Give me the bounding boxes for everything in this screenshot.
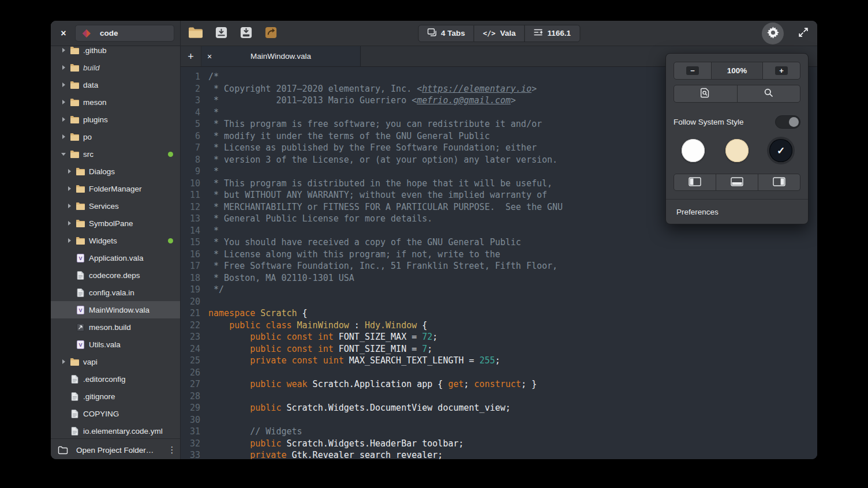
tree-item-dialogs[interactable]: Dialogs bbox=[51, 163, 180, 180]
code-line[interactable]: 29 public Scratch.Widgets.DocumentView d… bbox=[181, 402, 817, 414]
folder-icon bbox=[75, 219, 85, 227]
expander-collapsed-icon[interactable] bbox=[63, 186, 75, 191]
code-line[interactable]: 33 private Gtk.Revealer search_revealer; bbox=[181, 449, 817, 459]
code-line[interactable]: 19 */ bbox=[181, 284, 817, 296]
code-line[interactable]: 32 public Scratch.Widgets.HeaderBar tool… bbox=[181, 438, 817, 450]
code-line[interactable]: 24 public const int FONT_SIZE_MIN = 7; bbox=[181, 343, 817, 355]
code-line[interactable]: 31 // Widgets bbox=[181, 426, 817, 438]
tree-item-src[interactable]: src bbox=[51, 145, 180, 163]
dark-style-option[interactable]: ✓ bbox=[769, 139, 792, 162]
save-button[interactable] bbox=[215, 26, 228, 41]
tree-item-copying[interactable]: COPYING bbox=[51, 405, 180, 422]
templates-button[interactable] bbox=[264, 26, 278, 41]
toggle-sidebar-button[interactable] bbox=[674, 174, 716, 191]
tree-item-utils-vala[interactable]: VUtils.vala bbox=[51, 336, 180, 353]
expander-collapsed-icon[interactable] bbox=[58, 134, 69, 139]
expander-collapsed-icon[interactable] bbox=[58, 82, 69, 87]
tab-close-icon[interactable]: × bbox=[207, 52, 212, 61]
line-number: 29 bbox=[181, 402, 208, 414]
expander-collapsed-icon[interactable] bbox=[63, 204, 75, 208]
tree-item-foldermanager[interactable]: FolderManager bbox=[51, 180, 180, 197]
tree-item-editorconfig[interactable]: .editorconfig bbox=[51, 370, 180, 388]
tree-item-config-vala-in[interactable]: config.vala.in bbox=[51, 284, 180, 301]
window-close-button[interactable]: × bbox=[57, 27, 70, 40]
expander-collapsed-icon[interactable] bbox=[63, 221, 75, 226]
tree-item-github[interactable]: .github bbox=[51, 42, 180, 59]
code-line[interactable]: 17 * Free Software Foundation, Inc., 51 … bbox=[181, 260, 817, 272]
tree-item-meson-build[interactable]: meson.build bbox=[51, 318, 180, 336]
follow-system-label: Follow System Style bbox=[674, 118, 744, 126]
project-chooser[interactable]: code bbox=[75, 25, 174, 42]
toggle-bottom-panel-button[interactable] bbox=[716, 174, 758, 191]
tab-mainwindow-vala[interactable]: × MainWindow.vala bbox=[201, 46, 361, 66]
settings-menu-button[interactable] bbox=[762, 22, 784, 44]
expander-collapsed-icon[interactable] bbox=[63, 238, 75, 243]
open-file-button[interactable] bbox=[188, 27, 203, 40]
expander-collapsed-icon[interactable] bbox=[58, 117, 69, 122]
tree-item-label: .gitignore bbox=[83, 392, 115, 401]
line-number: 3 bbox=[181, 95, 208, 107]
code-line[interactable]: 26 bbox=[181, 367, 817, 379]
code-line[interactable]: 14 * bbox=[181, 225, 817, 237]
tree-item-widgets[interactable]: Widgets bbox=[51, 232, 180, 249]
code-line[interactable]: 21namespace Scratch { bbox=[181, 307, 817, 320]
toggle-right-panel-button[interactable] bbox=[758, 174, 800, 191]
code-line[interactable]: 25 private const uint MAX_SEARCH_TEXT_LE… bbox=[181, 355, 817, 367]
code-text: namespace Scratch { bbox=[208, 307, 817, 320]
tree-item-vapi[interactable]: vapi bbox=[51, 353, 180, 370]
tree-item-mainwindow-vala[interactable]: VMainWindow.vala bbox=[51, 301, 180, 318]
code-line[interactable]: 18 * Boston, MA 02110-1301 USA bbox=[181, 272, 817, 284]
find-controls bbox=[674, 85, 800, 103]
code-text: * bbox=[208, 225, 817, 237]
code-line[interactable]: 27 public weak Scratch.Application app {… bbox=[181, 378, 817, 391]
open-project-folder-button[interactable]: Open Project Folder… ⋮ bbox=[51, 438, 180, 460]
expander-collapsed-icon[interactable] bbox=[58, 100, 69, 104]
tree-item-codecore-deps[interactable]: codecore.deps bbox=[51, 266, 180, 284]
goto-line-button[interactable]: 1166.1 bbox=[524, 25, 580, 42]
code-line[interactable]: 20 bbox=[181, 296, 817, 308]
preferences-item[interactable]: Preferences bbox=[674, 200, 800, 224]
light-style-option[interactable] bbox=[682, 139, 705, 162]
code-line[interactable]: 22 public class MainWindow : Hdy.Window … bbox=[181, 320, 817, 332]
expander-collapsed-icon[interactable] bbox=[58, 65, 69, 70]
code-text: public Scratch.Widgets.DocumentView docu… bbox=[208, 402, 817, 414]
zoom-level[interactable]: 100% bbox=[711, 62, 763, 80]
headerbar: 4 Tabs </> Vala 1166.1 bbox=[181, 21, 817, 46]
code-line[interactable]: 23 public const int FONT_SIZE_MAX = 72; bbox=[181, 331, 817, 343]
tree-item-meson[interactable]: meson bbox=[51, 93, 180, 111]
tree-item-plugins[interactable]: plugins bbox=[51, 111, 180, 128]
fullscreen-button[interactable] bbox=[798, 27, 809, 40]
zoom-out-button[interactable]: − bbox=[674, 62, 712, 80]
expander-collapsed-icon[interactable] bbox=[58, 48, 69, 52]
expander-collapsed-icon[interactable] bbox=[63, 169, 75, 174]
expander-expanded-icon[interactable] bbox=[58, 153, 69, 156]
tree-item-services[interactable]: Services bbox=[51, 197, 180, 215]
code-line[interactable]: 28 bbox=[181, 391, 817, 403]
code-text: * Free Software Foundation, Inc., 51 Fra… bbox=[208, 260, 817, 272]
tree-item-io-elementary-code-yml[interactable]: io.elementary.code.yml bbox=[51, 422, 180, 438]
line-number: 31 bbox=[181, 426, 208, 438]
tree-item-label: io.elementary.code.yml bbox=[83, 427, 163, 436]
sepia-style-option[interactable] bbox=[725, 139, 749, 162]
save-as-button[interactable] bbox=[240, 26, 253, 41]
code-line[interactable]: 16 * License along with this program; if… bbox=[181, 249, 817, 261]
more-options-icon[interactable]: ⋮ bbox=[164, 439, 180, 460]
tree-item-data[interactable]: data bbox=[51, 76, 180, 93]
expander-collapsed-icon[interactable] bbox=[58, 359, 69, 364]
folder-icon bbox=[69, 46, 80, 54]
code-line[interactable]: 30 bbox=[181, 414, 817, 426]
templates-icon bbox=[264, 26, 278, 41]
tree-item-gitignore[interactable]: .gitignore bbox=[51, 388, 180, 405]
tabs-overview-button[interactable]: 4 Tabs bbox=[418, 25, 474, 42]
new-tab-button[interactable]: + bbox=[181, 46, 201, 66]
find-in-file-button[interactable] bbox=[674, 85, 738, 103]
zoom-in-button[interactable]: + bbox=[762, 62, 800, 80]
code-line[interactable]: 15 * You should have received a copy of … bbox=[181, 237, 817, 249]
tree-item-symbolpane[interactable]: SymbolPane bbox=[51, 215, 180, 232]
tree-item-po[interactable]: po bbox=[51, 128, 180, 145]
language-button[interactable]: </> Vala bbox=[474, 25, 525, 42]
global-search-button[interactable] bbox=[737, 85, 801, 103]
tree-item-application-vala[interactable]: VApplication.vala bbox=[51, 249, 180, 266]
tree-item-build[interactable]: build bbox=[51, 59, 180, 76]
follow-system-toggle[interactable] bbox=[775, 115, 800, 129]
